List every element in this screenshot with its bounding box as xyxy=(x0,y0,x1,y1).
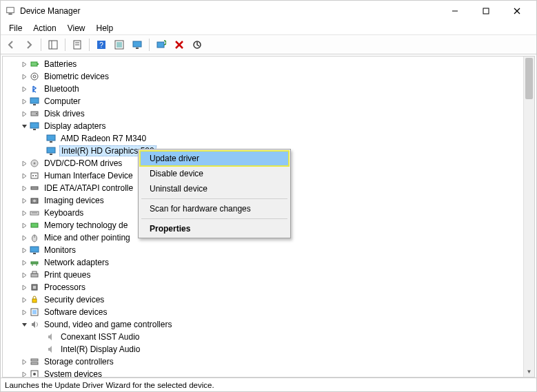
tree-item[interactable]: Conexant ISST Audio xyxy=(6,331,523,343)
chevron-right-icon[interactable] xyxy=(19,371,29,378)
tree-panel: BatteriesBiometric devicesBluetoothCompu… xyxy=(2,56,535,378)
chevron-right-icon[interactable] xyxy=(19,185,29,192)
chevron-right-icon[interactable] xyxy=(19,210,29,216)
toolbar-properties-icon[interactable] xyxy=(70,37,85,52)
minimize-button[interactable] xyxy=(439,1,470,21)
context-menu-item[interactable]: Scan for hardware changes xyxy=(140,201,289,216)
svg-rect-1 xyxy=(8,14,12,15)
tree-item-label: Security devices xyxy=(43,295,105,305)
tree-item-label: Network adapters xyxy=(43,258,110,267)
chevron-right-icon[interactable] xyxy=(19,111,29,117)
cpu-icon xyxy=(29,282,40,293)
toolbar-update-driver-icon[interactable] xyxy=(112,37,127,52)
tree-item[interactable]: AMD Radeon R7 M340 xyxy=(6,132,523,145)
chevron-right-icon[interactable] xyxy=(19,99,29,105)
window-title: Device Manager xyxy=(20,6,80,16)
chevron-right-icon[interactable] xyxy=(19,223,29,229)
chevron-right-icon[interactable] xyxy=(19,272,29,278)
menu-view[interactable]: View xyxy=(62,22,91,34)
tree-item-label: Computer xyxy=(43,96,82,106)
toolbar-monitor-icon[interactable] xyxy=(130,37,145,52)
tree-item[interactable]: Print queues xyxy=(6,269,523,281)
context-menu-separator xyxy=(141,198,287,199)
chevron-right-icon[interactable] xyxy=(19,297,29,303)
scroll-thumb[interactable] xyxy=(525,58,533,99)
tree-item[interactable]: Sound, video and game controllers xyxy=(6,318,523,331)
cdrom-icon xyxy=(29,158,40,169)
tree-item[interactable]: Disk drives xyxy=(6,107,523,120)
chevron-right-icon[interactable] xyxy=(19,247,29,254)
maximize-button[interactable] xyxy=(470,1,501,21)
svg-rect-16 xyxy=(136,48,139,49)
speaker-icon xyxy=(45,344,57,355)
svg-rect-0 xyxy=(7,8,14,13)
toolbar-forward-icon[interactable] xyxy=(21,37,37,52)
chevron-right-icon[interactable] xyxy=(19,74,29,80)
vertical-scrollbar[interactable]: ▲ ▼ xyxy=(523,56,534,377)
svg-point-38 xyxy=(32,175,34,176)
chevron-right-icon[interactable] xyxy=(19,309,29,316)
tree-item[interactable]: Security devices xyxy=(6,293,523,306)
tree-item[interactable]: System devices xyxy=(6,368,523,378)
toolbar-uninstall-icon[interactable] xyxy=(172,37,187,52)
chevron-right-icon[interactable] xyxy=(19,61,29,68)
toolbar-help-icon[interactable]: ? xyxy=(94,37,109,52)
svg-point-42 xyxy=(33,200,36,203)
close-button[interactable] xyxy=(501,1,532,21)
chevron-right-icon[interactable] xyxy=(19,260,29,266)
chevron-right-icon[interactable] xyxy=(19,285,29,291)
tree-item-label: AMD Radeon R7 M340 xyxy=(59,134,148,143)
chevron-right-icon[interactable] xyxy=(19,235,29,241)
context-menu-item[interactable]: Uninstall device xyxy=(140,181,289,196)
chevron-down-icon[interactable] xyxy=(19,123,29,130)
tree-item[interactable]: Monitors xyxy=(6,244,523,256)
svg-text:?: ? xyxy=(99,41,103,49)
tree-item[interactable]: Biometric devices xyxy=(6,70,523,83)
menu-file[interactable]: File xyxy=(3,22,28,34)
svg-rect-48 xyxy=(30,247,39,252)
disk-icon xyxy=(29,108,40,119)
tree-item[interactable]: Batteries xyxy=(6,58,523,70)
chevron-right-icon[interactable] xyxy=(19,86,29,92)
chevron-right-icon[interactable] xyxy=(19,173,29,179)
menu-help[interactable]: Help xyxy=(91,22,119,34)
svg-point-39 xyxy=(35,175,37,176)
tree-item[interactable]: Intel(R) Display Audio xyxy=(6,343,523,355)
tree-item-label: Mice and other pointing xyxy=(43,233,132,243)
network-icon xyxy=(29,257,40,268)
tree-item[interactable]: Network adapters xyxy=(6,256,523,269)
tree-item[interactable]: Storage controllers xyxy=(6,355,523,368)
tree-item[interactable]: Computer xyxy=(6,95,523,107)
tree-item[interactable]: Bluetooth xyxy=(6,83,523,95)
chevron-right-icon[interactable] xyxy=(19,198,29,204)
tree-item[interactable]: Software devices xyxy=(6,306,523,318)
display-icon xyxy=(29,121,40,132)
tree-item[interactable]: Processors xyxy=(6,281,523,293)
menu-action[interactable]: Action xyxy=(28,22,61,34)
toolbar: ? xyxy=(1,35,536,54)
chevron-right-icon[interactable] xyxy=(19,359,29,365)
toolbar-refresh-icon[interactable] xyxy=(190,37,205,52)
tree-item[interactable]: Display adapters xyxy=(6,120,523,132)
camera-icon xyxy=(29,195,40,206)
hid-icon xyxy=(29,170,40,181)
computer-icon xyxy=(29,96,40,107)
toolbar-show-hide-tree-icon[interactable] xyxy=(45,37,61,52)
toolbar-back-icon[interactable] xyxy=(3,37,19,52)
tree-item-label: Intel(R) Display Audio xyxy=(59,344,141,354)
status-text: Launches the Update Driver Wizard for th… xyxy=(5,381,214,389)
chevron-right-icon[interactable] xyxy=(19,161,29,167)
toolbar-scan-hardware-icon[interactable] xyxy=(154,37,169,52)
keyboard-icon xyxy=(29,207,40,218)
tree-item-label: IDE ATA/ATAPI controlle xyxy=(43,183,134,193)
chevron-down-icon[interactable] xyxy=(19,322,29,328)
context-menu-item[interactable]: Disable device xyxy=(140,166,289,181)
context-menu-item[interactable]: Properties xyxy=(140,221,289,236)
monitor-icon xyxy=(29,245,40,256)
svg-rect-29 xyxy=(30,123,39,128)
printer-icon xyxy=(29,269,40,280)
scroll-down-arrow[interactable]: ▼ xyxy=(524,366,534,377)
tree-item-label: Sound, video and game controllers xyxy=(43,320,173,329)
window-controls xyxy=(439,1,532,21)
context-menu-item[interactable]: Update driver xyxy=(140,151,289,166)
